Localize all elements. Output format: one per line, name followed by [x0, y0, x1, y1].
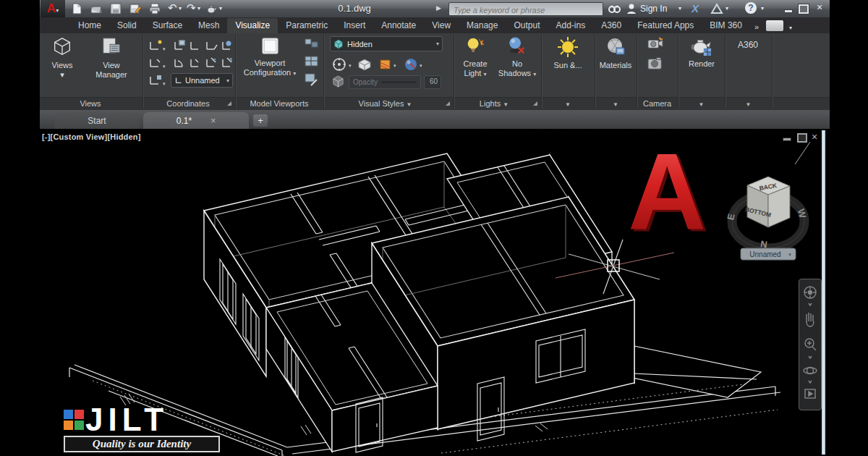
tab-solid[interactable]: Solid	[109, 18, 145, 33]
create-light-button[interactable]: Create Light ▾	[459, 36, 492, 79]
visual-styles-tools-row[interactable]: ▾ ▾ ▾	[331, 56, 440, 75]
tab-mesh[interactable]: Mesh	[190, 18, 227, 33]
application-menu-button[interactable]: A▾	[41, 0, 65, 17]
viewport-minimize-icon[interactable]	[783, 138, 791, 141]
open-file-icon[interactable]	[90, 2, 103, 15]
search-binoculars-icon[interactable]	[608, 2, 621, 15]
visual-styles-expander-icon[interactable]	[446, 101, 450, 106]
help-dropdown-arrow[interactable]: ▾	[761, 6, 764, 12]
viewcube-ucs-label: Unnamed	[749, 250, 780, 258]
plot-icon[interactable]	[148, 2, 161, 15]
views-panel-label[interactable]: Views	[43, 99, 137, 109]
no-shadows-button[interactable]: No Shadows ▾	[498, 36, 537, 79]
a360-panel-button[interactable]: A360	[726, 41, 770, 50]
ucs-icon-column[interactable]: ▾▾▾	[148, 38, 166, 93]
viewport-configuration-button[interactable]: Viewport Configuration ▾	[239, 36, 301, 78]
tab-overflow-arrows[interactable]: »	[750, 20, 763, 33]
tab-a360[interactable]: A360	[593, 18, 629, 33]
sun-status-button[interactable]: Sun &...	[544, 36, 592, 70]
a360-panel-dropdown[interactable]: ▼	[725, 99, 772, 109]
lights-panel-label[interactable]: Lights ▼	[454, 99, 535, 109]
new-file-icon[interactable]	[70, 2, 83, 15]
materials-browser-button[interactable]: Materials	[596, 36, 635, 70]
ucs-named-dropdown[interactable]: Unnamed ▾	[171, 73, 233, 88]
minimize-button[interactable]	[784, 9, 793, 13]
viewcube-ucs-pill[interactable]: Unnamed ▾	[741, 248, 796, 260]
view-manager-button[interactable]: View Manager	[82, 36, 140, 80]
redo-icon[interactable]: ↷	[187, 1, 196, 14]
coordinates-expander-icon[interactable]	[227, 101, 231, 106]
viewport-corner-mark	[795, 142, 810, 164]
ribbon-display-toggle[interactable]	[766, 20, 783, 31]
search-input[interactable]	[449, 4, 603, 17]
render-button[interactable]: Render	[680, 36, 723, 69]
views-dropdown-arrow: ▾	[45, 70, 80, 80]
undo-icon[interactable]: ↶	[168, 1, 177, 14]
create-camera-icon[interactable]	[647, 36, 664, 54]
ucs-icon-grid[interactable]: z3	[172, 38, 233, 72]
restore-button[interactable]	[799, 4, 809, 14]
viewport-close-icon[interactable]: ×	[812, 131, 817, 143]
drawing-viewport[interactable]: A A E N W	[40, 129, 830, 456]
tab-featured-apps[interactable]: Featured Apps	[629, 18, 702, 33]
hidden-style-icon	[333, 39, 344, 49]
file-tab-close-icon[interactable]: ×	[210, 116, 216, 126]
sign-in-dropdown-arrow[interactable]: ▾	[678, 6, 681, 12]
viewcube[interactable]: E N W BACK BOTTOM Unnamed ▾	[725, 177, 808, 260]
undo-dropdown-arrow[interactable]: ▾	[179, 6, 182, 12]
sign-in-button[interactable]: Sign In	[640, 4, 667, 14]
viewport-tools-column[interactable]	[304, 38, 320, 93]
tab-manage[interactable]: Manage	[459, 18, 506, 33]
close-button[interactable]: ×	[814, 3, 825, 12]
tab-bim360[interactable]: BIM 360	[702, 18, 750, 33]
svg-text:▾: ▾	[163, 81, 166, 86]
sun-panel-dropdown[interactable]: ▼	[541, 99, 595, 109]
redo-dropdown-arrow[interactable]: ▾	[197, 6, 200, 12]
tab-surface[interactable]: Surface	[145, 18, 190, 33]
render-panel-dropdown[interactable]: ▼	[678, 99, 725, 109]
a360-connect-icon[interactable]	[710, 2, 723, 15]
infocenter-search[interactable]	[448, 2, 603, 16]
tab-output[interactable]: Output	[506, 18, 548, 33]
tab-add-ins[interactable]: Add-ins	[548, 18, 594, 33]
save-as-icon[interactable]	[129, 2, 142, 15]
views-button[interactable]: Views ▾	[45, 36, 80, 80]
tab-parametric[interactable]: Parametric	[278, 18, 336, 33]
help-icon[interactable]: ?	[745, 2, 757, 14]
model-viewports-panel-label[interactable]: Model Viewports	[235, 99, 323, 109]
tab-insert[interactable]: Insert	[336, 18, 373, 33]
edge-mode-icon	[333, 59, 346, 71]
show-cameras-icon[interactable]	[647, 56, 664, 74]
infocenter-collapse-arrow[interactable]: ▶	[436, 4, 441, 12]
xray-mode-icon[interactable]	[331, 75, 345, 91]
navbar-dropdown-arrow	[809, 303, 812, 305]
opacity-slider[interactable]: Opacity	[349, 75, 421, 89]
coordinates-panel-label[interactable]: Coordinates	[145, 99, 231, 109]
batch-plot-icon[interactable]	[205, 2, 218, 15]
tab-home[interactable]: Home	[70, 18, 109, 33]
new-drawing-tab-button[interactable]: +	[253, 114, 268, 127]
a360-dropdown-arrow[interactable]: ▾	[726, 6, 728, 12]
navigation-bar[interactable]	[799, 279, 822, 410]
viewport-scrollbar[interactable]	[822, 130, 825, 455]
visual-styles-panel-label[interactable]: Visual Styles ▼	[326, 99, 445, 109]
tab-visualize[interactable]: Visualize	[227, 18, 278, 33]
viewport-config-label-line1: Viewport	[239, 59, 301, 68]
file-tab-document[interactable]: 0.1* ×	[143, 112, 249, 129]
texture-icon	[380, 60, 390, 69]
viewport-controls-label[interactable]: [-][Custom View][Hidden]	[42, 132, 141, 141]
materials-panel-dropdown[interactable]: ▼	[595, 99, 637, 109]
lights-expander-icon[interactable]	[533, 101, 537, 106]
tab-annotate[interactable]: Annotate	[373, 18, 424, 33]
file-tab-start[interactable]: Start	[54, 112, 140, 129]
tab-view[interactable]: View	[424, 18, 459, 33]
ribbon-display-arrow[interactable]: ▾	[785, 22, 796, 33]
qat-customize-arrow[interactable]: ▾	[219, 6, 222, 12]
view-manager-label-line2: Manager	[82, 70, 140, 80]
save-icon[interactable]	[109, 2, 122, 15]
opacity-value[interactable]: 60	[424, 75, 441, 89]
viewport-restore-icon[interactable]	[797, 133, 807, 143]
camera-panel-label[interactable]: Camera	[637, 99, 678, 109]
visual-style-dropdown[interactable]: Hidden ▾	[330, 36, 443, 51]
exchange-apps-icon[interactable]: X	[692, 2, 699, 14]
